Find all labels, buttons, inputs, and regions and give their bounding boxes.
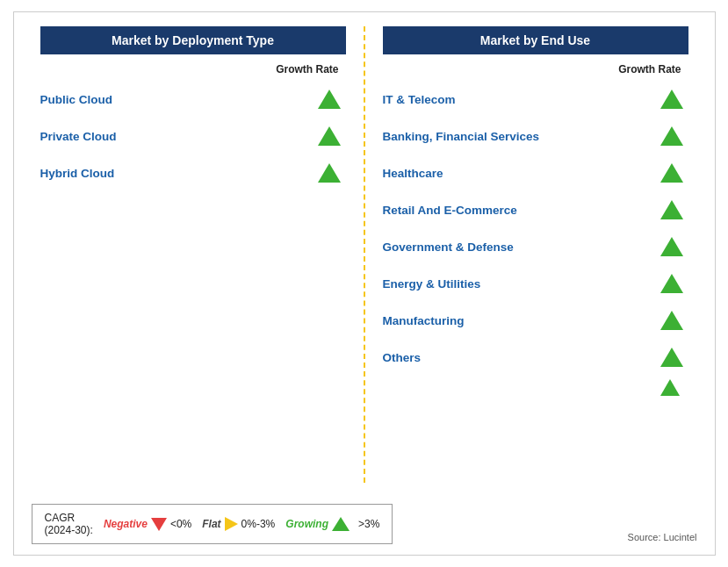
legend-negative-group: Negative <0% [104, 518, 191, 531]
extra-arrow-row [383, 379, 688, 396]
arrow-up-icon [660, 163, 683, 183]
arrow-down-icon [151, 518, 167, 531]
arrow-up-legend-icon [332, 517, 350, 531]
list-item: Retail And E-Commerce [383, 191, 688, 228]
arrow-up-icon [318, 90, 341, 109]
legend-flat-group: Flat 0%-3% [202, 517, 275, 531]
charts-row: Market by Deployment Type Growth Rate Pu… [32, 26, 697, 483]
right-panel-header: Market by End Use [383, 26, 688, 54]
negative-value: <0% [170, 518, 191, 530]
arrow-up-icon [318, 163, 341, 183]
right-growth-label: Growth Rate [618, 63, 681, 75]
cagr-years: (2024-30): [45, 524, 93, 536]
flat-label: Flat [202, 518, 220, 530]
list-item: Private Cloud [40, 118, 346, 154]
arrow-up-icon [660, 348, 683, 367]
source-text: Source: Lucintel [628, 532, 697, 542]
list-item: Banking, Financial Services [383, 118, 688, 154]
chart-container: Market by Deployment Type Growth Rate Pu… [13, 11, 716, 556]
arrow-right-icon [225, 517, 238, 531]
right-growth-label-row: Growth Rate [383, 63, 688, 75]
arrow-up-icon [660, 237, 683, 256]
arrow-up-icon [318, 126, 341, 146]
arrow-up-icon [660, 90, 683, 109]
arrow-up-icon [660, 311, 683, 330]
energy-label: Energy & Utilities [383, 277, 567, 291]
cagr-label: CAGR [45, 512, 76, 524]
growing-value: >3% [358, 518, 379, 530]
retail-label: Retail And E-Commerce [383, 204, 567, 217]
list-item: Energy & Utilities [383, 265, 688, 302]
others-label: Others [383, 351, 567, 364]
list-item: Healthcare [383, 154, 688, 191]
list-item: Government & Defense [383, 228, 688, 265]
public-cloud-label: Public Cloud [40, 93, 113, 106]
left-growth-label-row: Growth Rate [40, 63, 346, 75]
legend-box: CAGR (2024-30): Negative <0% Flat 0%-3% … [32, 504, 393, 544]
arrow-up-icon [660, 126, 683, 146]
arrow-up-icon [660, 274, 683, 293]
list-item: IT & Telecom [383, 81, 688, 118]
healthcare-label: Healthcare [383, 167, 567, 180]
left-panel-title: Market by Deployment Type [112, 33, 274, 47]
arrow-up-icon [660, 200, 683, 219]
right-panel-title: Market by End Use [480, 33, 590, 47]
government-label: Government & Defense [383, 240, 567, 254]
dashed-divider [364, 26, 365, 483]
list-item: Public Cloud [40, 81, 346, 118]
list-item: Manufacturing [383, 302, 688, 339]
growing-label: Growing [285, 518, 328, 530]
banking-label: Banking, Financial Services [383, 130, 567, 143]
negative-label: Negative [104, 518, 148, 530]
extra-arrow-up-icon [660, 379, 680, 396]
private-cloud-label: Private Cloud [40, 130, 117, 143]
manufacturing-label: Manufacturing [383, 314, 567, 327]
left-panel-header: Market by Deployment Type [40, 26, 346, 54]
legend-growing-group: Growing >3% [285, 517, 379, 531]
left-panel: Market by Deployment Type Growth Rate Pu… [32, 26, 355, 483]
flat-value: 0%-3% [241, 518, 276, 530]
left-growth-label: Growth Rate [276, 63, 338, 75]
source-label: Source: Lucintel [628, 528, 697, 544]
hybrid-cloud-label: Hybrid Cloud [40, 167, 115, 180]
it-telecom-label: IT & Telecom [383, 93, 567, 106]
list-item: Others [383, 339, 688, 376]
list-item: Hybrid Cloud [40, 154, 346, 191]
cagr-label-group: CAGR (2024-30): [45, 512, 93, 536]
right-panel: Market by End Use Growth Rate IT & Telec… [374, 26, 697, 483]
bottom-row: CAGR (2024-30): Negative <0% Flat 0%-3% … [32, 492, 697, 544]
